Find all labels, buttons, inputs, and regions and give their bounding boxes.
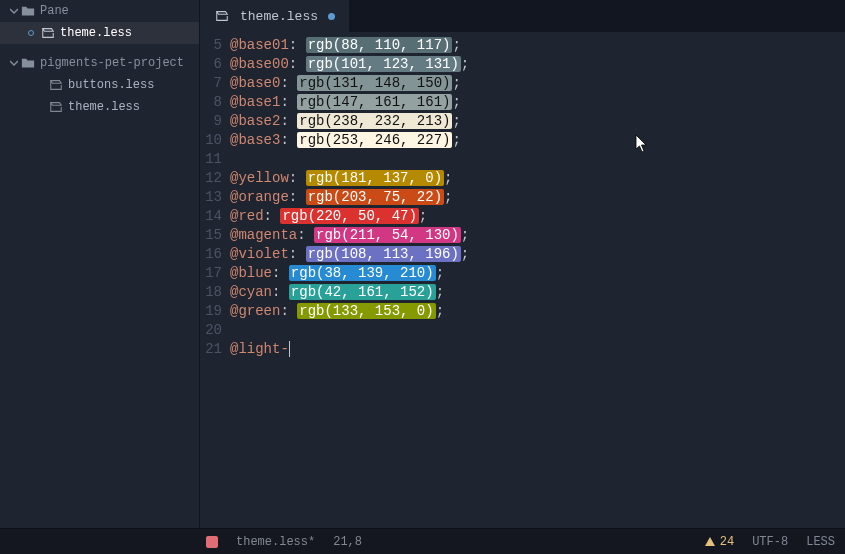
warnings-badge[interactable]: 24 (704, 535, 734, 549)
tree-folder-pane[interactable]: Pane (0, 0, 199, 22)
tree-file-open[interactable]: theme.less (0, 22, 199, 44)
status-filename[interactable]: theme.less* (236, 535, 315, 549)
tab-bar: theme.less (200, 0, 845, 32)
chevron-down-icon (8, 59, 20, 67)
color-swatch-icon[interactable] (206, 536, 218, 548)
folder-label: pigments-pet-project (40, 56, 184, 70)
file-label: theme.less (68, 100, 140, 114)
code-editor[interactable]: 56789101112131415161718192021 @base01: r… (200, 32, 845, 528)
status-bar: theme.less* 21,8 24 UTF-8 LESS (0, 528, 845, 554)
less-file-icon (48, 99, 64, 115)
status-language[interactable]: LESS (806, 535, 835, 549)
open-file-indicator-icon (28, 30, 34, 36)
tab-label: theme.less (240, 9, 318, 24)
folder-icon (20, 3, 36, 19)
chevron-down-icon (8, 7, 20, 15)
folder-icon (20, 55, 36, 71)
cursor-icon (635, 134, 649, 154)
warnings-count: 24 (720, 535, 734, 549)
tree-file[interactable]: buttons.less (0, 74, 199, 96)
tree-folder-project[interactable]: pigments-pet-project (0, 52, 199, 74)
less-file-icon (48, 77, 64, 93)
tree-file[interactable]: theme.less (0, 96, 199, 118)
less-file-icon (214, 8, 230, 24)
line-gutter: 56789101112131415161718192021 (200, 32, 230, 528)
less-file-icon (40, 25, 56, 41)
status-encoding[interactable]: UTF-8 (752, 535, 788, 549)
editor-pane: theme.less 56789101112131415161718192021… (200, 0, 845, 528)
folder-label: Pane (40, 4, 69, 18)
warning-icon (704, 536, 716, 548)
file-label: theme.less (60, 26, 132, 40)
code-lines: @base01: rgb(88, 110, 117);@base00: rgb(… (230, 32, 469, 528)
status-cursor-position[interactable]: 21,8 (333, 535, 362, 549)
modified-indicator-icon (328, 13, 335, 20)
tab-theme-less[interactable]: theme.less (200, 0, 350, 32)
file-tree: Pane theme.less pigments-pet-project but… (0, 0, 200, 528)
file-label: buttons.less (68, 78, 154, 92)
